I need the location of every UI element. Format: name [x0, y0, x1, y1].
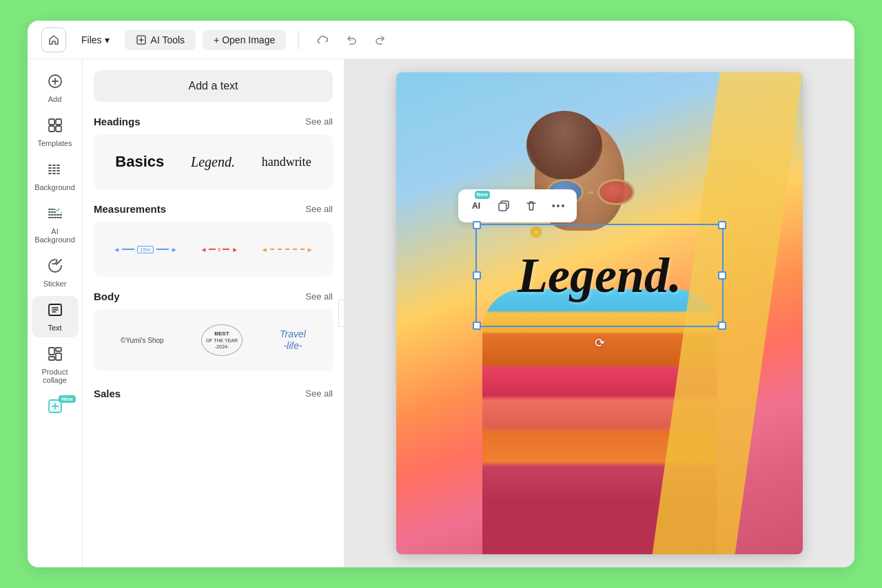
app-container: Files ▾ AI Tools + Open Image	[28, 21, 854, 567]
sidebar-item-templates[interactable]: Templates	[32, 112, 79, 153]
sidebar-background-label: Background	[34, 183, 75, 191]
body-section: Body See all ©Yumi's Shop BEST OF THE YE…	[94, 291, 333, 371]
svg-rect-10	[56, 353, 61, 360]
body-sample-yumi[interactable]: ©Yumi's Shop	[121, 337, 164, 344]
delete-button[interactable]	[519, 193, 544, 218]
sidebar: Add Templates	[28, 59, 83, 567]
body-title: Body	[94, 291, 120, 302]
measurements-see-all[interactable]: See all	[305, 204, 333, 214]
svg-rect-2	[49, 119, 54, 125]
resize-handle-br[interactable]	[718, 322, 726, 330]
product-collage-icon	[47, 346, 63, 365]
undo-button[interactable]	[340, 29, 362, 51]
templates-icon	[47, 117, 63, 136]
ai-background-icon	[47, 205, 63, 224]
measurements-section: Measurements See all ◄ 15m	[94, 203, 333, 277]
resize-handle-bl[interactable]	[473, 322, 481, 330]
svg-rect-9	[56, 348, 61, 351]
add-icon	[47, 73, 63, 92]
sales-section: Sales See all	[94, 388, 333, 406]
measure-item-dashed[interactable]: ◄ ►	[261, 246, 314, 253]
topbar: Files ▾ AI Tools + Open Image	[28, 21, 854, 59]
files-chevron-icon: ▾	[105, 34, 110, 45]
files-label: Files	[81, 34, 102, 45]
outer-wrapper: Files ▾ AI Tools + Open Image	[0, 0, 882, 588]
files-button[interactable]: Files ▾	[73, 30, 118, 50]
body-sample-best[interactable]: BEST OF THE YEAR -2024-	[201, 324, 243, 357]
heading-sample-handwrite[interactable]: handwrite	[262, 155, 311, 169]
ai-tools-label: AI Tools	[151, 34, 185, 45]
svg-rect-3	[56, 119, 61, 125]
sidebar-templates-label: Templates	[37, 139, 72, 147]
canvas-area[interactable]: New AI	[345, 59, 854, 567]
duplicate-button[interactable]	[491, 193, 516, 218]
headings-see-all[interactable]: See all	[305, 116, 333, 127]
text-panel: Add a text Headings See all Basics Legen…	[83, 59, 345, 567]
open-image-label: + Open Image	[214, 34, 275, 45]
heading-sample-basics[interactable]: Basics	[115, 153, 164, 171]
main-area: Add Templates	[28, 59, 854, 567]
sidebar-item-sticker[interactable]: Sticker	[32, 252, 79, 293]
heading-sample-legend[interactable]: Legend.	[191, 154, 235, 170]
home-button[interactable]	[41, 28, 66, 52]
resize-handle-tr[interactable]	[718, 221, 726, 229]
panel-collapse-handle[interactable]: ‹	[338, 300, 345, 327]
ai-magic-button[interactable]: New AI	[464, 193, 489, 218]
sales-see-all[interactable]: See all	[305, 388, 333, 399]
legend-text: Legend.	[517, 251, 681, 300]
measure-item-red[interactable]: ◄ 6 ►	[200, 246, 238, 253]
ai-tools-button[interactable]: AI Tools	[125, 30, 196, 50]
sidebar-product-collage-label: Product collage	[36, 368, 74, 384]
measurements-title: Measurements	[94, 203, 166, 215]
sidebar-item-background[interactable]: Background	[32, 156, 79, 197]
rotation-handle[interactable]: ⟳	[595, 335, 605, 350]
new-badge: New	[59, 395, 75, 403]
sidebar-text-label: Text	[48, 324, 61, 332]
headings-title: Headings	[94, 116, 141, 127]
measure-item-blue[interactable]: ◄ 15m ►	[113, 246, 177, 253]
ai-magic-badge: New	[475, 191, 490, 199]
sticker-icon	[47, 258, 63, 277]
resize-handle-tl[interactable]	[473, 221, 481, 229]
svg-rect-11	[49, 357, 54, 360]
sidebar-item-add[interactable]: Add	[32, 67, 79, 109]
text-element-legend[interactable]: Legend. ⟳	[475, 224, 724, 327]
sidebar-item-product-collage[interactable]: Product collage	[32, 340, 79, 390]
body-preview: ©Yumi's Shop BEST OF THE YEAR -2024- Tra…	[94, 309, 333, 371]
resize-handle-ml[interactable]	[473, 271, 481, 280]
measurements-preview: ◄ 15m ► ◄	[94, 222, 333, 277]
add-text-button[interactable]: Add a text	[94, 70, 333, 102]
sidebar-item-new[interactable]: New	[32, 392, 79, 423]
ellipsis-icon: •••	[552, 200, 566, 211]
sidebar-sticker-label: Sticker	[43, 280, 67, 288]
topbar-divider	[298, 30, 299, 50]
more-options-button[interactable]: •••	[546, 193, 571, 218]
text-icon	[47, 302, 63, 321]
svg-rect-5	[56, 126, 61, 132]
background-icon	[47, 161, 63, 180]
open-image-button[interactable]: + Open Image	[203, 30, 286, 50]
cloud-sync-button[interactable]	[311, 29, 334, 51]
sidebar-item-ai-background[interactable]: AI Background	[32, 200, 79, 249]
resize-handle-mr[interactable]	[718, 271, 726, 280]
sales-title: Sales	[94, 388, 121, 399]
redo-button[interactable]	[369, 29, 391, 51]
sidebar-add-label: Add	[48, 95, 62, 103]
canvas-container: New AI	[396, 72, 803, 554]
canvas-toolbar: New AI	[458, 189, 577, 222]
body-sample-travel[interactable]: Travel-life-	[280, 328, 306, 352]
body-see-all[interactable]: See all	[305, 291, 333, 302]
ai-icon: AI	[472, 201, 480, 211]
sidebar-item-text[interactable]: Text	[32, 296, 79, 337]
svg-rect-13	[499, 203, 506, 211]
headings-section: Headings See all Basics Legend. handwrit…	[94, 116, 333, 189]
sidebar-ai-background-label: AI Background	[34, 227, 75, 244]
svg-rect-4	[49, 126, 54, 132]
svg-rect-8	[49, 348, 54, 355]
headings-preview: Basics Legend. handwrite	[94, 134, 333, 189]
